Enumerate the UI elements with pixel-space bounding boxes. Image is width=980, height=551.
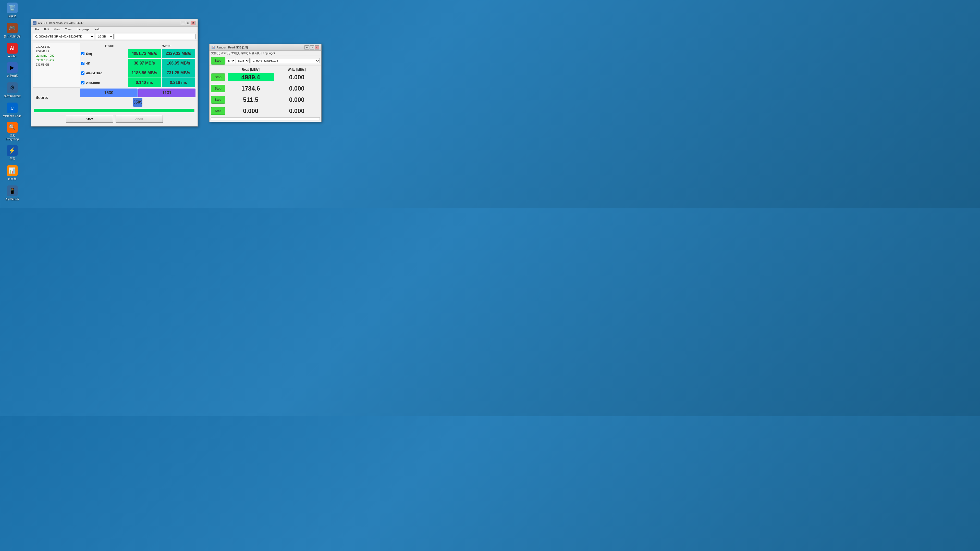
menu-file[interactable]: File: [32, 27, 41, 32]
acctime-checkbox[interactable]: [81, 81, 84, 84]
ludashi-icon[interactable]: 📊 鲁大师: [3, 165, 22, 181]
rr-write-1: 0.000: [274, 73, 320, 81]
rr-size-select[interactable]: 8GiB: [236, 58, 250, 63]
rr-read-3: 511.5: [228, 96, 274, 104]
perfect-decode-settings-label: 完美解码设置: [4, 94, 21, 98]
score-label: Score:: [33, 95, 80, 100]
4k64-label: 4K-64Thrd: [80, 71, 127, 75]
window-controls: ─ □ ✕: [181, 21, 196, 25]
drive-info-box: GIGABYTE EGFM11.2 stornvme - OK 593920 K…: [33, 43, 80, 87]
abort-button[interactable]: Abort: [116, 115, 163, 123]
progress-bar-container: [34, 109, 194, 112]
start-button[interactable]: Start: [66, 115, 113, 123]
maximize-button[interactable]: □: [186, 21, 190, 25]
asssd-toolbar: C: GIGABYTE GP-ASM2NE6100TTD 10 GB: [31, 32, 197, 41]
4k64-read-value: 1185.56 MB/s: [128, 68, 161, 78]
rr-drive-select[interactable]: C: 90% (837/931GiB): [251, 58, 320, 63]
seq-write-value: 2329.32 MB/s: [162, 49, 195, 58]
rr-window: 📊 Random Read 4KiB [2/5] ─ □ ✕ 文件(F) 设置(…: [209, 44, 321, 122]
seq-read-value: 4051.72 MB/s: [128, 49, 161, 58]
rr-window-controls: ─ □ ✕: [304, 45, 319, 49]
recycle-bin-icon[interactable]: 🗑️ 回收站: [3, 3, 22, 18]
menu-edit[interactable]: Edit: [41, 27, 52, 32]
rr-write-3: 0.000: [274, 96, 320, 104]
toolbar-input[interactable]: [115, 34, 196, 39]
rr-write-2: 0.000: [274, 84, 320, 93]
rr-row-4: Stop 0.000 0.000: [211, 106, 320, 116]
rr-stop-button-2[interactable]: Stop: [211, 85, 225, 92]
rr-titlebar: 📊 Random Read 4KiB [2/5] ─ □ ✕: [210, 44, 321, 51]
close-button[interactable]: ✕: [191, 21, 196, 25]
rr-stop-2: Stop: [211, 85, 228, 92]
rr-write-4: 0.000: [274, 107, 320, 115]
perfect-decode-icon[interactable]: ▶ 完美解码: [3, 62, 22, 78]
edge-icon[interactable]: e Microsoft Edge: [3, 103, 22, 118]
drive-driver: stornvme - OK: [36, 54, 77, 58]
rr-row-2: Stop 1734.6 0.000: [211, 83, 320, 94]
drive-select[interactable]: C: GIGABYTE GP-ASM2NE6100TTD: [33, 34, 94, 39]
perfect-decode-settings-icon[interactable]: ⚙ 完美解码设置: [3, 83, 22, 98]
night-simulator-icon[interactable]: 📱 夜神模拟器: [3, 186, 22, 201]
rr-progress-bar: [211, 118, 320, 121]
bench-content: GIGABYTE EGFM11.2 stornvme - OK 593920 K…: [31, 41, 197, 126]
acctime-label: Acc.time: [80, 81, 127, 85]
4k64-checkbox[interactable]: [81, 71, 84, 75]
drive-firmware: EGFM11.2: [36, 49, 77, 54]
menu-language[interactable]: Language: [74, 27, 92, 32]
rr-count-select[interactable]: 5: [226, 58, 235, 63]
xunlei-icon[interactable]: ⚡ 迅雷: [3, 145, 22, 161]
score-write: 1131: [138, 89, 196, 97]
rr-title: Random Read 4KiB [2/5]: [217, 46, 303, 49]
asssd-titlebar: AS AS SSD Benchmark 2.0.7316.34247 ─ □ ✕: [31, 19, 197, 27]
score-read: 1630: [80, 89, 138, 97]
rr-write-header: Write [MB/s]: [274, 68, 320, 71]
minimize-button[interactable]: ─: [181, 21, 185, 25]
drive-model: GIGABYTE: [36, 44, 77, 49]
acctime-row: Acc.time 0.140 ms 0.216 ms: [80, 78, 196, 87]
recycle-bin-label: 回收站: [8, 14, 16, 18]
rr-read-1: 4989.4: [228, 73, 274, 81]
score-values: 1630 1131 3509: [80, 89, 196, 106]
rr-minimize-button[interactable]: ─: [304, 45, 309, 49]
rr-read-header: Read [MB/s]: [228, 68, 274, 71]
progress-bar-fill: [34, 109, 194, 112]
progress-area: [33, 109, 196, 112]
rr-maximize-button[interactable]: □: [310, 45, 314, 49]
asssd-window-icon: AS: [33, 21, 37, 25]
rr-close-button[interactable]: ✕: [315, 45, 319, 49]
rr-row-1: Stop 4989.4 0.000: [211, 72, 320, 83]
drive-size-gb: 931.51 GB: [36, 62, 77, 67]
4k-write-value: 166.95 MB/s: [162, 59, 195, 68]
seq-checkbox[interactable]: [81, 52, 84, 56]
bench-col-headers: Read: Write:: [80, 43, 196, 49]
rr-menu-text: 文件(F) 设置(S) 主题(T) 帮助(H) 语言(L)(Language): [211, 52, 275, 55]
rr-stop-button-3[interactable]: Stop: [211, 96, 225, 103]
menu-tools[interactable]: Tools: [62, 27, 74, 32]
score-total: 3509: [133, 98, 142, 106]
seq-label: Seq: [80, 52, 127, 56]
menu-view[interactable]: View: [52, 27, 63, 32]
desktop-icons: 🗑️ 回收站 🎮 鲁大师游戏库 Ai Adobe ▶ 完美解码 ⚙ 完美解码设置…: [3, 3, 22, 201]
4k-read-value: 38.97 MB/s: [128, 59, 161, 68]
drive-size-k: 593920 K - OK: [36, 58, 77, 63]
rr-stop-button-1[interactable]: Stop: [211, 73, 225, 81]
4k64-write-value: 731.25 MB/s: [162, 68, 195, 78]
menu-help[interactable]: Help: [92, 27, 103, 32]
score-total-row: 3509: [80, 98, 196, 106]
search-everything-icon[interactable]: 🔍 搜索 Everything: [3, 122, 22, 141]
rr-content: Read [MB/s] Write [MB/s] Stop 4989.4 0.0…: [210, 66, 321, 122]
rr-top-stop-button[interactable]: Stop: [211, 57, 225, 65]
seq-row: Seq 4051.72 MB/s 2329.32 MB/s: [80, 49, 196, 59]
rr-col-headers: Read [MB/s] Write [MB/s]: [211, 67, 320, 72]
rr-read-2: 1734.6: [228, 84, 274, 93]
4k64-row: 4K-64Thrd 1185.56 MB/s 731.25 MB/s: [80, 68, 196, 78]
read-header: Read:: [81, 43, 138, 49]
size-select[interactable]: 10 GB: [96, 34, 114, 39]
rr-row-3: Stop 511.5 0.000: [211, 95, 320, 105]
4k-label: 4K: [80, 62, 127, 65]
4k-checkbox[interactable]: [81, 62, 84, 65]
rr-stop-button-4[interactable]: Stop: [211, 107, 225, 115]
ludashi-games-icon[interactable]: 🎮 鲁大师游戏库: [3, 23, 22, 38]
adobe-icon[interactable]: Ai Adobe: [3, 43, 22, 58]
score-top-row: 1630 1131: [80, 89, 196, 97]
